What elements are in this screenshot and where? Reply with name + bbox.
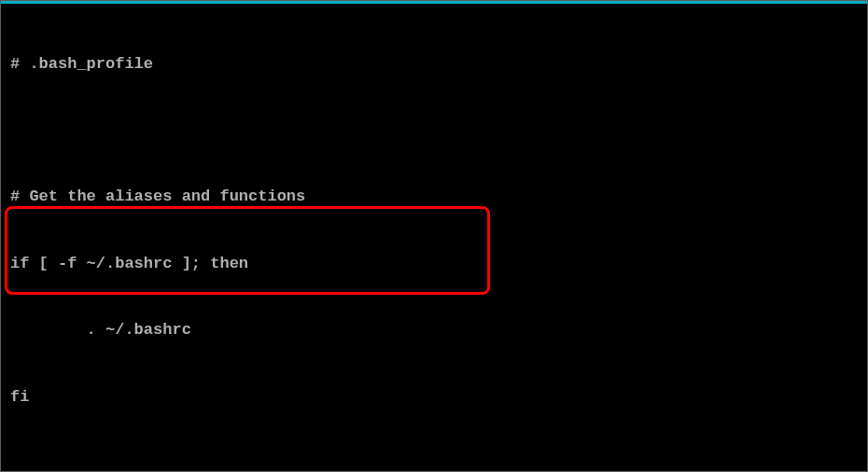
code-line: if [ -f ~/.bashrc ]; then — [10, 253, 858, 275]
window-top-accent — [1, 1, 867, 4]
code-line: # .bash_profile — [10, 53, 858, 76]
code-line: fi — [10, 386, 858, 409]
code-line: # Get the aliases and functions — [10, 186, 858, 208]
code-line: . ~/.bashrc — [10, 319, 858, 341]
code-line — [10, 452, 858, 472]
code-line — [10, 119, 858, 142]
terminal-editor[interactable]: # .bash_profile # Get the aliases and fu… — [10, 8, 858, 472]
